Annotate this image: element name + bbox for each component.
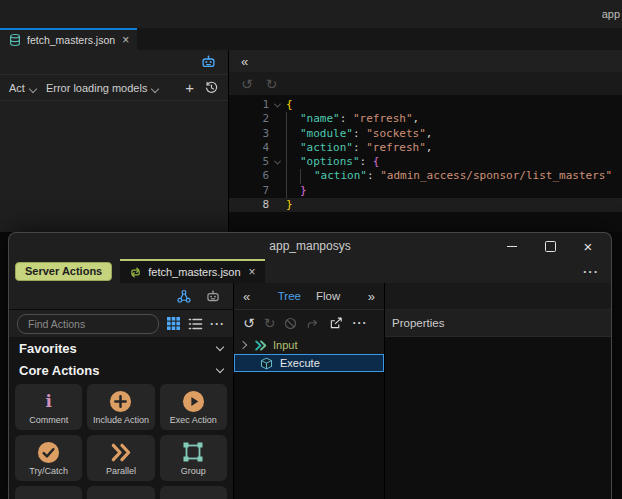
block-icon[interactable] xyxy=(284,317,297,330)
tree-node-input[interactable]: Input xyxy=(234,336,384,354)
action-card-comment[interactable]: iComment xyxy=(15,384,82,430)
action-card-label: Include Action xyxy=(93,415,149,425)
tree-node-execute[interactable]: Execute xyxy=(234,354,384,372)
window-controls: × xyxy=(493,233,607,259)
close-button[interactable]: × xyxy=(569,233,607,259)
action-card-parallel[interactable]: Parallel xyxy=(87,435,154,481)
code-token: : xyxy=(360,155,373,169)
model-selector[interactable]: Error loading models xyxy=(46,82,159,94)
action-card-label: Exec Action xyxy=(170,415,217,425)
action-card-label: Parallel xyxy=(106,466,136,476)
fold-cell xyxy=(269,169,286,183)
fold-icon[interactable] xyxy=(269,155,286,169)
indent-guide xyxy=(286,141,300,155)
flow-overflow-button[interactable]: ··· xyxy=(352,316,367,330)
redo-icon[interactable]: ↻ xyxy=(264,315,276,331)
action-card-question[interactable]: ? xyxy=(15,486,82,499)
code-token: "sockets" xyxy=(366,127,426,141)
actions-overflow-button[interactable]: ··· xyxy=(210,317,225,331)
editor-main: Act Error loading models + xyxy=(0,50,622,232)
code-token: } xyxy=(286,198,293,212)
close-icon[interactable]: × xyxy=(122,33,129,47)
line-number: 2 xyxy=(229,112,269,126)
core-actions-grid: iCommentInclude ActionExec ActionTry/Cat… xyxy=(9,381,233,499)
grid-view-icon[interactable] xyxy=(166,316,181,331)
minimize-button[interactable] xyxy=(493,233,531,259)
action-card-label: Group xyxy=(181,466,206,476)
forward-icon[interactable] xyxy=(306,317,320,330)
code-token: "name" xyxy=(300,112,340,126)
flow-panel: « Tree Flow » ↺ ↻ xyxy=(233,283,385,499)
action-card-exec-action[interactable]: Exec Action xyxy=(160,384,227,430)
list-view-icon[interactable] xyxy=(188,317,203,331)
code-line-1: 1{ xyxy=(229,98,622,112)
maximize-icon xyxy=(545,241,556,252)
chevron-down-icon xyxy=(216,365,224,373)
action-card-label: Try/Catch xyxy=(29,466,68,476)
code-area[interactable]: 1{2"name": "refresh",3"module": "sockets… xyxy=(229,95,622,232)
fold-icon[interactable] xyxy=(269,98,286,112)
code-token: "refresh" xyxy=(366,141,426,155)
new-chat-button[interactable]: + xyxy=(185,79,194,96)
code-token: : xyxy=(367,169,380,183)
redo-icon[interactable]: ↻ xyxy=(266,76,278,92)
tree-node-label: Input xyxy=(273,339,297,351)
editor-tab-label: fetch_masters.json xyxy=(27,34,115,46)
collapse-icon[interactable]: « xyxy=(243,289,250,304)
section-core-actions[interactable]: Core Actions xyxy=(9,359,233,381)
app-manposys-window: app_manposys × Server Actions fetch_m xyxy=(8,232,612,499)
code-token: "action" xyxy=(314,169,367,183)
code-token: , xyxy=(426,141,433,155)
find-actions-input[interactable] xyxy=(17,314,159,334)
server-actions-tab[interactable]: Server Actions xyxy=(15,262,112,281)
section-favorites[interactable]: Favorites xyxy=(9,337,233,359)
flow-panel-header: « Tree Flow » xyxy=(234,283,384,310)
robot-icon[interactable] xyxy=(200,54,217,70)
indent-guide xyxy=(286,184,300,198)
tabbar-overflow-button[interactable]: ··· xyxy=(583,264,599,279)
editor-toolbar: ↺ ↻ xyxy=(229,72,622,95)
history-icon[interactable] xyxy=(204,80,219,95)
fold-cell xyxy=(269,141,286,155)
action-card-loop-orange[interactable] xyxy=(160,486,227,499)
chat-panel-body xyxy=(0,101,228,232)
database-icon xyxy=(8,33,22,47)
editor-tab-fetch-masters[interactable]: fetch_masters.json × xyxy=(0,28,137,50)
editor-titlebar: app xyxy=(0,0,622,28)
tab-flow[interactable]: Flow xyxy=(316,290,340,302)
flow-toolbar: ↺ ↻ ··· xyxy=(234,310,384,336)
code-token: "refresh" xyxy=(353,112,413,126)
mode-selector[interactable]: Act xyxy=(9,82,36,94)
window-tabbar: Server Actions fetch_masters.json × ··· xyxy=(9,259,611,283)
maximize-button[interactable] xyxy=(531,233,569,259)
hierarchy-icon[interactable] xyxy=(176,289,192,304)
undo-icon[interactable]: ↺ xyxy=(243,315,255,331)
tree-empty-area xyxy=(234,372,384,499)
file-tab-fetch-masters[interactable]: fetch_masters.json × xyxy=(120,259,264,283)
action-card-question[interactable]: ? xyxy=(87,486,154,499)
tab-tree[interactable]: Tree xyxy=(278,290,301,302)
chat-panel: Act Error loading models + xyxy=(0,50,229,232)
close-icon[interactable]: × xyxy=(249,265,256,279)
code-token: , xyxy=(413,112,420,126)
chevron-right-icon[interactable] xyxy=(239,342,249,348)
comment-icon: i xyxy=(45,389,51,413)
properties-panel-top xyxy=(385,283,611,310)
code-token: { xyxy=(286,98,293,112)
robot-icon[interactable] xyxy=(205,289,221,304)
expand-icon[interactable]: » xyxy=(368,289,375,304)
parallel-icon xyxy=(109,440,133,464)
action-card-try-catch[interactable]: Try/Catch xyxy=(15,435,82,481)
action-card-include-action[interactable]: Include Action xyxy=(87,384,154,430)
line-number: 8 xyxy=(229,198,269,212)
indent-guide xyxy=(300,169,314,183)
undo-icon[interactable]: ↺ xyxy=(241,76,253,92)
action-card-group[interactable]: Group xyxy=(160,435,227,481)
collapse-icon[interactable]: « xyxy=(241,54,248,69)
code-line-7: 7} xyxy=(229,184,622,198)
share-icon[interactable] xyxy=(329,317,343,330)
code-token: "admin_access/sponsor/list_masters" xyxy=(380,169,612,183)
line-number: 1 xyxy=(229,98,269,112)
cube-icon xyxy=(260,357,273,370)
group-icon xyxy=(182,440,204,464)
